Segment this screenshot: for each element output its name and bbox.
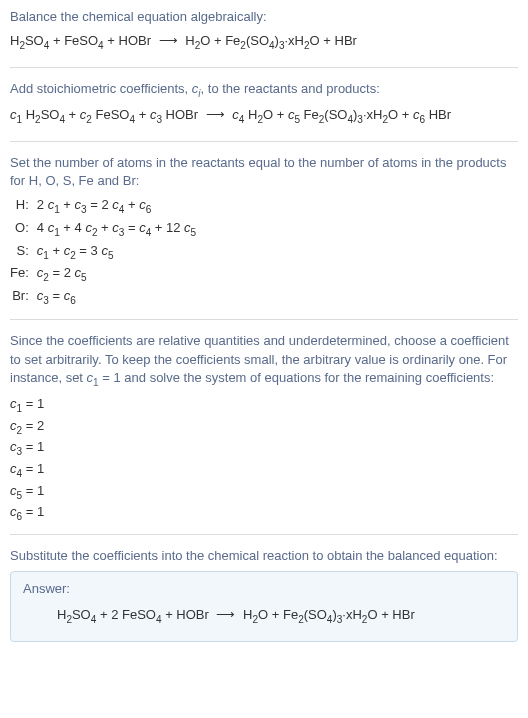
fe2so43: Fe2(SO4)3·xH2O xyxy=(225,33,320,48)
txt: SO xyxy=(25,33,44,48)
label: O: xyxy=(10,219,37,242)
row-o: O: 4 c1 + 4 c2 + c3 = c4 + 12 c5 xyxy=(10,219,202,242)
c1-val: c1 = 1 xyxy=(10,395,518,416)
txt: H xyxy=(10,33,19,48)
v: = 1 xyxy=(22,504,44,519)
eq: c3 = c6 xyxy=(37,287,202,310)
eq: c2 = 2 c5 xyxy=(37,264,202,287)
t: O xyxy=(388,107,398,122)
txt: FeSO xyxy=(64,33,98,48)
arrow-icon: ⟶ xyxy=(155,33,182,48)
s: 5 xyxy=(294,114,300,125)
fe2so43: Fe2(SO4)3·xH2O xyxy=(304,107,399,122)
h2o: H2O xyxy=(185,33,210,48)
t: Fe xyxy=(283,607,298,622)
s: 3 xyxy=(156,114,162,125)
txt: O xyxy=(200,33,210,48)
txt: ·xH xyxy=(284,33,304,48)
s: 5 xyxy=(108,249,114,260)
p: + xyxy=(96,607,111,622)
t: + 4 xyxy=(60,220,86,235)
t: H xyxy=(26,107,35,122)
arrow-icon: ⟶ xyxy=(202,107,229,122)
t: O xyxy=(258,607,268,622)
p: + xyxy=(378,607,393,622)
atom-balance-table: H: 2 c1 + c3 = 2 c4 + c6 O: 4 c1 + 4 c2 … xyxy=(10,196,202,309)
hbr: HBr xyxy=(335,33,357,48)
answer-box: Answer: H2SO4 + 2 FeSO4 + HOBr ⟶ H2O + F… xyxy=(10,571,518,642)
t: FeSO xyxy=(96,107,130,122)
p: + xyxy=(162,607,177,622)
hobr: HOBr xyxy=(166,107,199,122)
divider xyxy=(10,67,518,68)
s: 5 xyxy=(81,272,87,283)
arrow-icon: ⟶ xyxy=(212,607,239,622)
t: 4 xyxy=(37,220,48,235)
coeff-equation: c1 H2SO4 + c2 FeSO4 + c3 HOBr ⟶ c4 H2O +… xyxy=(10,106,518,127)
row-br: Br: c3 = c6 xyxy=(10,287,202,310)
txt: , to the reactants and products: xyxy=(201,81,380,96)
v: = 1 xyxy=(22,483,44,498)
txt: O xyxy=(310,33,320,48)
t: ·xH xyxy=(363,107,383,122)
t: = 3 xyxy=(76,243,102,258)
txt: Fe xyxy=(225,33,240,48)
t: O xyxy=(263,107,273,122)
unbalanced-equation: H2SO4 + FeSO4 + HOBr ⟶ H2O + Fe2(SO4)3·x… xyxy=(10,32,518,53)
p: + xyxy=(398,107,413,122)
h2o: H2O xyxy=(243,607,268,622)
t: SO xyxy=(41,107,60,122)
hbr: HBr xyxy=(392,607,414,622)
hobr: HOBr xyxy=(119,33,152,48)
eq: 2 c1 + c3 = 2 c4 + c6 xyxy=(37,196,202,219)
substitute-intro: Substitute the coefficients into the che… xyxy=(10,547,518,565)
coefficient-values: c1 = 1 c2 = 2 c3 = 1 c4 = 1 c5 = 1 c6 = … xyxy=(10,395,518,524)
c2-val: c2 = 2 xyxy=(10,417,518,438)
v: = 1 xyxy=(22,396,44,411)
t: FeSO xyxy=(122,607,156,622)
plus: + xyxy=(320,33,335,48)
c4-val: c4 = 1 xyxy=(10,460,518,481)
hobr: HOBr xyxy=(176,607,209,622)
txt: H xyxy=(185,33,194,48)
s: 1 xyxy=(17,114,23,125)
feso4: FeSO4 xyxy=(122,607,162,622)
p: + xyxy=(135,107,150,122)
t: = xyxy=(49,288,64,303)
v: = 1 xyxy=(22,439,44,454)
h2so4: H2SO4 xyxy=(10,33,49,48)
h2so4: H2SO4 xyxy=(57,607,96,622)
plus: + xyxy=(104,33,119,48)
txt: (SO xyxy=(246,33,269,48)
t: H xyxy=(248,107,257,122)
t: Fe xyxy=(304,107,319,122)
t: + xyxy=(49,243,64,258)
t: = 1 and solve the system of equations fo… xyxy=(99,370,494,385)
row-s: S: c1 + c2 = 3 c5 xyxy=(10,242,202,265)
row-h: H: 2 c1 + c3 = 2 c4 + c6 xyxy=(10,196,202,219)
c6-val: c6 = 1 xyxy=(10,503,518,524)
hbr: HBr xyxy=(429,107,451,122)
v: = 2 xyxy=(22,418,44,433)
balanced-equation: H2SO4 + 2 FeSO4 + HOBr ⟶ H2O + Fe2(SO4)3… xyxy=(23,606,505,627)
feso4: FeSO4 xyxy=(64,33,104,48)
atoms-intro: Set the number of atoms in the reactants… xyxy=(10,154,518,190)
balance-intro: Balance the chemical equation algebraica… xyxy=(10,8,518,26)
plus: + xyxy=(49,33,64,48)
plus: + xyxy=(210,33,225,48)
h2o: H2O xyxy=(248,107,273,122)
s: 6 xyxy=(146,204,152,215)
p: + xyxy=(268,607,283,622)
eq: 4 c1 + 4 c2 + c3 = c4 + 12 c5 xyxy=(37,219,202,242)
eq: c1 + c2 = 3 c5 xyxy=(37,242,202,265)
s: 4 xyxy=(239,114,245,125)
t: (SO xyxy=(324,107,347,122)
fe2so43: Fe2(SO4)3·xH2O xyxy=(283,607,378,622)
s: 6 xyxy=(70,294,76,305)
t: SO xyxy=(72,607,91,622)
t: = 2 xyxy=(49,265,75,280)
h2so4: H2SO4 xyxy=(26,107,65,122)
t: = xyxy=(124,220,139,235)
t: O xyxy=(367,607,377,622)
txt: Add stoichiometric coefficients, xyxy=(10,81,192,96)
